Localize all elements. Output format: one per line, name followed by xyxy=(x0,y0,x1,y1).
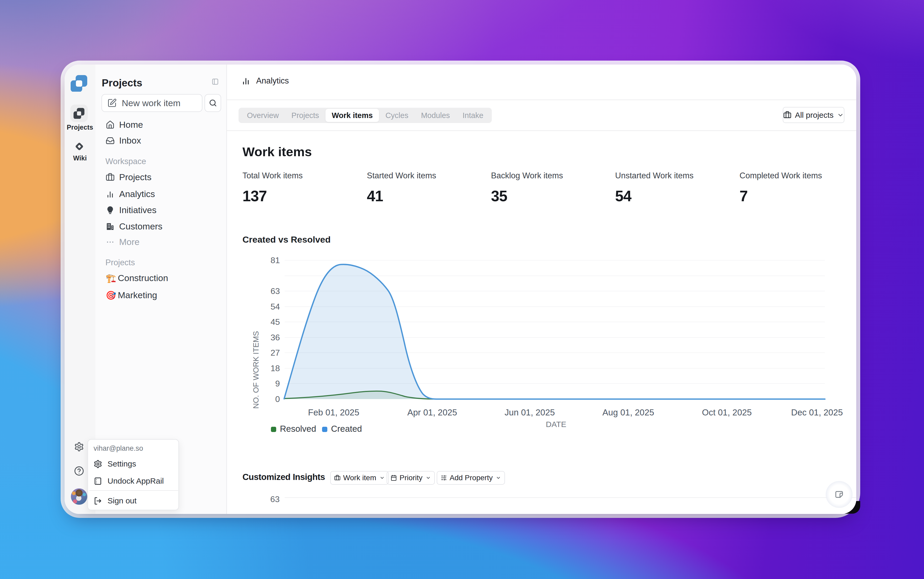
svg-text:NO. OF WORK ITEMS: NO. OF WORK ITEMS xyxy=(252,331,260,409)
svg-text:81: 81 xyxy=(270,255,280,265)
svg-text:Oct 01, 2025: Oct 01, 2025 xyxy=(702,407,752,417)
svg-text:DATE: DATE xyxy=(546,420,566,429)
svg-text:Feb 01, 2025: Feb 01, 2025 xyxy=(308,407,359,417)
svg-text:Resolved: Resolved xyxy=(280,424,316,433)
svg-text:54: 54 xyxy=(270,302,280,311)
svg-text:Created: Created xyxy=(331,424,362,433)
svg-text:18: 18 xyxy=(270,363,280,373)
svg-text:Aug 01, 2025: Aug 01, 2025 xyxy=(603,407,654,417)
svg-text:0: 0 xyxy=(275,394,280,404)
svg-text:36: 36 xyxy=(270,333,280,342)
svg-text:Apr 01, 2025: Apr 01, 2025 xyxy=(408,407,457,417)
svg-text:63: 63 xyxy=(270,286,280,296)
svg-text:45: 45 xyxy=(270,317,280,327)
svg-text:27: 27 xyxy=(270,348,280,357)
svg-text:Jun 01, 2025: Jun 01, 2025 xyxy=(505,407,555,417)
svg-text:9: 9 xyxy=(275,379,280,388)
svg-text:Dec 01, 2025: Dec 01, 2025 xyxy=(791,407,843,417)
